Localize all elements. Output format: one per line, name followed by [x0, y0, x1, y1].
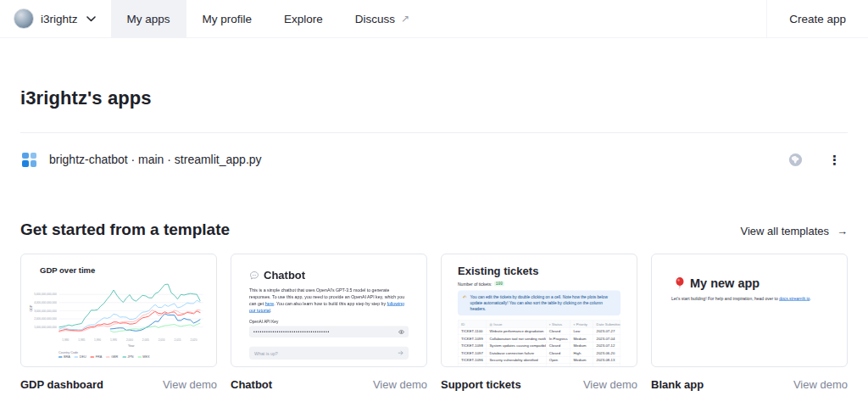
card-footer-chatbot: Chatbot View demo [231, 378, 427, 391]
template-card-gdp-dashboard[interactable]: GDP over time 1,000,000,000,0002,000,000… [20, 254, 217, 367]
table-cell: TICKET-1096 [458, 356, 486, 364]
table-cell: Medium [570, 364, 593, 367]
card-footer-gdp: GDP dashboard View demo [20, 378, 217, 391]
app-grid-icon [22, 153, 36, 167]
divider [20, 132, 848, 133]
svg-text:2,015: 2,015 [175, 338, 181, 342]
table-row: TICKET-1096Security vulnerability identi… [458, 356, 620, 364]
chatbot-description: This is a simple chatbot that uses OpenA… [249, 287, 409, 315]
table-cell: 2023-06-20 [593, 349, 620, 357]
svg-text:2,020: 2,020 [190, 338, 197, 342]
view-demo-link-tickets[interactable]: View demo [583, 378, 637, 391]
chat-input-field: What is up? [249, 347, 409, 360]
template-name: Chatbot [231, 378, 272, 391]
account-menu[interactable]: i3rightz [0, 0, 111, 37]
template-name: GDP dashboard [20, 378, 103, 391]
send-icon [398, 351, 404, 356]
gdp-chart-title: GDP over time [40, 265, 209, 275]
kebab-menu-icon[interactable]: ⋮ [828, 153, 841, 166]
chatbot-app-title: Chatbot [264, 269, 305, 282]
column-type-icon: ▤ [489, 322, 492, 326]
app-row[interactable]: brightz-chatbot · main · streamlit_app.p… [20, 137, 848, 181]
table-cell: 2023-07-04 [593, 335, 620, 343]
template-card-support-tickets[interactable]: Existing tickets Number of tickets: 100 … [441, 254, 637, 367]
tickets-count-badge: 100 [494, 282, 504, 287]
tickets-info-box: ✍ You can edit the tickets by double cli… [458, 291, 620, 315]
tab-label: Discuss [355, 13, 395, 25]
legend-items: BRADEUFRAGBRJPNMEX [58, 355, 209, 360]
table-row: TICKET-1095Website performance degradati… [458, 364, 620, 367]
view-all-templates-link[interactable]: View all templates → [740, 225, 848, 237]
tab-discuss[interactable]: Discuss↗ [339, 0, 426, 37]
view-demo-link-gdp[interactable]: View demo [163, 378, 217, 391]
table-cell: TICKET-1098 [458, 342, 486, 349]
template-card-chatbot[interactable]: Chatbot This is a simple chatbot that us… [231, 254, 427, 367]
main-content: i3rightz's apps brightz-chatbot · main ·… [0, 87, 868, 391]
templates-section-header: Get started from a template View all tem… [20, 220, 848, 239]
table-row: TICKET-1097Database connection failureCl… [458, 349, 620, 357]
svg-text:1,980: 1,980 [62, 338, 69, 342]
view-all-label: View all templates [740, 225, 829, 237]
table-cell: Medium [570, 356, 593, 364]
table-cell: Medium [570, 342, 593, 349]
table-cell: Open [546, 356, 570, 364]
api-key-masked-value: •••••••••••••••••••••••••••••••••••• [253, 330, 398, 335]
card-footer-blank: Blank app View demo [651, 378, 848, 391]
blank-desc-text: . [810, 297, 810, 302]
gdp-chart: 1,000,000,000,0002,000,000,000,0003,000,… [28, 279, 206, 349]
template-name: Support tickets [441, 378, 521, 391]
view-demo-link-blank[interactable]: View demo [793, 378, 848, 391]
table-row: TICKET-1098System updates causing compat… [458, 342, 620, 349]
table-cell: In Progress [546, 335, 570, 343]
tab-my-apps[interactable]: My apps [111, 0, 186, 37]
table-cell: High [570, 349, 593, 357]
svg-text:3,000,000,000,000: 3,000,000,000,000 [34, 310, 57, 313]
table-cell: TICKET-1100 [458, 327, 486, 335]
template-name: Blank app [651, 378, 704, 391]
gdp-chart-legend: Country Code BRADEUFRAGBRJPNMEX [58, 350, 209, 359]
table-row: TICKET-1100Website performance degradati… [458, 327, 620, 335]
nav-tabs: My apps My profile Explore Discuss↗ [111, 0, 426, 37]
create-app-button[interactable]: Create app [789, 13, 846, 25]
tab-label: My profile [203, 13, 253, 25]
view-demo-link-chatbot[interactable]: View demo [373, 378, 427, 391]
app-row-title[interactable]: brightz-chatbot · main · streamlit_app.p… [49, 153, 262, 166]
blank-preview: My new app Let's start building! For hel… [652, 254, 847, 366]
legend-item: FRA [91, 355, 103, 360]
svg-text:1,990: 1,990 [94, 338, 101, 342]
chat-input-placeholder: What is up? [254, 350, 398, 355]
blank-app-title: My new app [690, 276, 760, 291]
table-cell: Closed [546, 349, 570, 357]
legend-item: JPN [122, 355, 133, 360]
api-key-label: OpenAI API Key [249, 320, 409, 325]
svg-text:2,000,000,000,000: 2,000,000,000,000 [34, 317, 57, 321]
svg-text:1,985: 1,985 [78, 338, 85, 342]
api-key-field: •••••••••••••••••••••••••••••••••••• [249, 326, 409, 338]
table-cell: 2023-08-13 [593, 356, 620, 364]
chatbot-desc-text: . [270, 308, 271, 313]
table-header-row: ID▤Issue▾Status▾PriorityDate Submitted [458, 321, 620, 328]
legend-title: Country Code [58, 350, 209, 354]
table-row: TICKET-1099Collaboration tool not sendin… [458, 335, 620, 343]
table-cell: Medium [570, 335, 593, 343]
tab-my-profile[interactable]: My profile [186, 0, 269, 37]
table-cell: System updates causing compatibility iss… [487, 342, 546, 349]
gdp-chart-wrap: 1,000,000,000,0002,000,000,000,0003,000,… [28, 279, 209, 349]
column-header: Date Submitted [593, 321, 620, 328]
template-column-gdp: GDP over time 1,000,000,000,0002,000,000… [20, 254, 217, 391]
tab-explore[interactable]: Explore [268, 0, 339, 37]
tab-label: Explore [284, 13, 323, 25]
table-cell: Database connection failure [487, 349, 546, 357]
tab-label: My apps [127, 13, 170, 25]
template-card-blank-app[interactable]: My new app Let's start building! For hel… [651, 254, 848, 367]
column-type-icon: ▾ [574, 322, 576, 326]
blank-description: Let's start building! For help and inspi… [671, 296, 827, 303]
writing-hand-icon: ✍ [463, 294, 467, 312]
table-cell: 2023-10-11 [593, 364, 620, 367]
templates-heading: Get started from a template [20, 220, 230, 239]
external-link-icon: ↗ [401, 13, 409, 25]
chatbot-title-row: Chatbot [249, 269, 409, 282]
template-column-blank: My new app Let's start building! For hel… [651, 254, 848, 391]
eye-icon [398, 330, 404, 334]
chatbot-preview: Chatbot This is a simple chatbot that us… [231, 254, 426, 366]
